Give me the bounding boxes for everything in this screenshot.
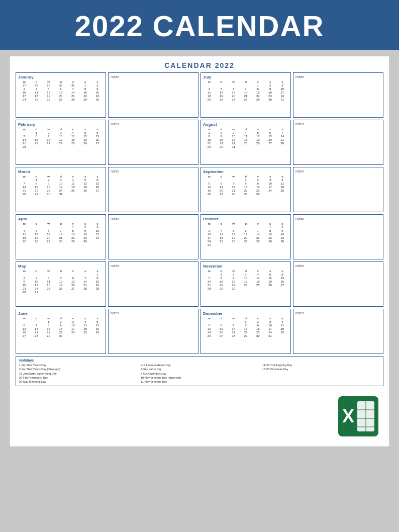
day-cell: 2 (215, 131, 227, 134)
day-cell: 17 (264, 327, 276, 330)
month-box-november: Novembermdwdvss1234567891011121314151617… (201, 261, 291, 307)
day-cell: 16 (43, 138, 55, 141)
day-cell: 20 (67, 283, 79, 287)
day-cell (228, 243, 240, 246)
day-cell: 6 (55, 87, 67, 91)
day-cell: 12 (264, 276, 276, 280)
day-cell: 24 (264, 330, 276, 334)
notes-box: notes (293, 309, 383, 354)
day-cell: 12 (215, 91, 227, 94)
notes-box: notes (293, 120, 383, 165)
day-cell: 18 (67, 138, 79, 141)
day-cell (228, 320, 240, 323)
day-cell: 18 (276, 185, 288, 189)
day-cell: 23 (252, 189, 264, 192)
day-cell (240, 225, 252, 229)
day-cell: 9 (228, 276, 240, 280)
notes-label: notes (295, 264, 381, 268)
day-cell: 29 (240, 334, 252, 337)
day-cell: 30 (252, 192, 264, 196)
day-cell: 14 (67, 91, 79, 94)
day-cell: 21 (55, 236, 67, 239)
calendar-table: mdwdvss123456789101112131415161718192021… (18, 128, 104, 148)
day-cell: 28 (240, 98, 252, 101)
day-cell: 12 (91, 323, 104, 327)
day-cell: 22 (215, 283, 227, 287)
day-cell: 3 (228, 131, 240, 134)
day-cell (30, 273, 42, 276)
day-cell: 29 (240, 192, 252, 196)
day-cell: 11 (215, 232, 227, 236)
day-cell: 30 (264, 98, 276, 101)
day-cell: 9 (264, 87, 276, 91)
day-cell: 6 (67, 276, 79, 280)
day-cell: 8 (30, 134, 42, 138)
day-cell: 27 (276, 283, 288, 287)
day-cell: 23 (55, 330, 67, 334)
day-cell: 21 (18, 189, 30, 192)
day-cell (203, 83, 215, 87)
day-cell: 30 (228, 287, 240, 290)
day-cell: 20 (55, 94, 67, 98)
day-cell: 18 (67, 185, 79, 189)
day-cell: 25 (276, 189, 288, 192)
notes-box: notes (108, 120, 198, 165)
day-cell: 2 (91, 83, 104, 87)
day-cell: 19 (79, 138, 91, 141)
day-cell (228, 83, 240, 87)
month-box-june: Junemdwdvss12345678910111213141516171819… (16, 309, 106, 354)
day-cell: 30 (43, 192, 55, 196)
day-cell: 4 (203, 87, 215, 91)
day-cell: 28 (55, 239, 67, 243)
day-cell (79, 273, 91, 276)
day-cell: 9 (252, 182, 264, 185)
day-cell: 8 (264, 229, 276, 232)
day-cell: 6 (91, 178, 104, 182)
day-cell: 6 (264, 131, 276, 134)
holidays-grid: 1-Jan New Year's Day2-Jan New Year's Day… (19, 363, 380, 384)
day-cell: 23 (228, 283, 240, 287)
calendar-table: mdwdvss123456789101112131415161718192021… (203, 222, 288, 246)
day-cell (18, 225, 30, 229)
day-cell (91, 239, 104, 243)
calendar-table: mdwdvss123456789101112131415161718192021… (203, 175, 288, 196)
day-cell: 14 (18, 138, 30, 141)
day-cell: 28 (79, 287, 91, 290)
day-cell: 15 (203, 138, 215, 141)
month-box-march: Marchmdwdvss1234567891011121314151617181… (16, 167, 106, 212)
holidays-col1: 1-Jan New Year's Day2-Jan New Year's Day… (19, 363, 137, 384)
day-cell: 6 (215, 323, 227, 327)
day-cell: 9 (276, 229, 288, 232)
day-cell: 16 (252, 185, 264, 189)
day-cell: 22 (67, 236, 79, 239)
day-cell: 17 (30, 283, 42, 287)
day-cell: 27 (228, 98, 240, 101)
day-cell: 4 (18, 229, 30, 232)
calendar-table: mdwdvss123456789101112131415161718192021… (18, 317, 104, 337)
day-cell: 7 (18, 134, 30, 138)
day-cell: 30 (55, 334, 67, 337)
month-box-december: Decembermdwdvss1234567891011121314151617… (201, 309, 291, 354)
day-cell: 9 (43, 134, 55, 138)
day-cell: 17 (67, 327, 79, 330)
day-cell (30, 320, 42, 323)
day-cell: 3 (55, 178, 67, 182)
day-cell: 2 (252, 320, 264, 323)
day-cell: 16 (215, 138, 227, 141)
day-cell: 5 (203, 323, 215, 327)
day-cell: 1 (43, 320, 55, 323)
day-cell: 2 (18, 276, 30, 280)
day-cell: 8 (67, 229, 79, 232)
day-cell: 24 (240, 283, 252, 287)
day-cell: 30 (252, 334, 264, 337)
day-cell: 15 (30, 185, 42, 189)
day-cell: 16 (264, 91, 276, 94)
day-cell (18, 273, 30, 276)
day-cell: 5 (43, 87, 55, 91)
day-cell: 24 (55, 189, 67, 192)
day-cell: 12 (203, 327, 215, 330)
day-cell: 27 (264, 141, 276, 145)
day-cell: 20 (264, 138, 276, 141)
svg-text:X: X (342, 406, 354, 426)
day-cell: 29 (43, 334, 55, 337)
